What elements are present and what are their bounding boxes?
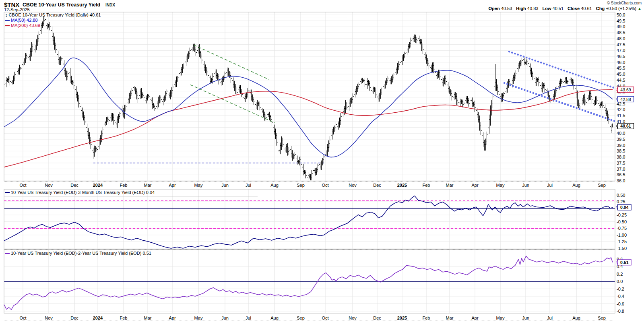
x-month-label: Jul (547, 183, 553, 188)
y-tick-label: 38.0 (617, 155, 625, 159)
x-month-label: Oct (19, 316, 26, 320)
x-month-label: Mar (446, 316, 454, 320)
y-tick-label: 49.0 (617, 24, 625, 29)
main-legend-label: CBOE 10-Year US Treasury Yield (Daily) 4… (9, 12, 101, 17)
low-value: 40.51 (553, 6, 564, 11)
spread-3m-legend: 10-Year US Treasury Yield (EOD)-3-Month … (5, 190, 155, 195)
ma200-swatch-icon (5, 25, 10, 26)
x-month-label: Aug (270, 316, 279, 320)
price-label-text: 0.04 (620, 205, 629, 210)
y-tick-label: 46.0 (617, 60, 625, 65)
spread-2y-legend: 10-Year US Treasury Yield (EOD)-2-Year U… (5, 251, 151, 256)
spread-2y-label: 10-Year US Treasury Yield (EOD)-2-Year U… (11, 251, 151, 256)
x-month-label: Feb (120, 316, 128, 320)
y-tick-label: 48.5 (617, 30, 625, 35)
y-tick-label: 38.5 (617, 149, 625, 153)
x-month-label: Oct (19, 183, 26, 188)
x-month-label: Apr (169, 316, 175, 320)
exchange-tag: INDX (105, 3, 115, 7)
y-tick-label: 48.0 (617, 36, 625, 41)
up-arrow-icon: ▲ (638, 6, 642, 11)
y-tick-label: 40.0 (617, 131, 625, 136)
y-tick-label: 36.0 (617, 178, 625, 183)
y-tick-label: 42.0 (617, 107, 625, 112)
chg-value: +0.50 (+1.25%) (606, 6, 636, 11)
x-month-label: Dec (70, 183, 78, 188)
y-tick-label: 36.5 (617, 172, 625, 177)
x-month-label: Mar (144, 316, 152, 320)
x-month-label: May (194, 316, 203, 320)
x-month-label: May (194, 183, 203, 188)
spread-3m-label: 10-Year US Treasury Yield (EOD)-3-Month … (11, 190, 155, 195)
x-month-label: Sep (598, 183, 606, 188)
open-label: Open (489, 6, 500, 11)
x-month-label: Dec (373, 316, 381, 320)
chg-label: Chg (596, 6, 605, 11)
ma50-legend: MA(50) 42.88 (5, 18, 38, 23)
spread-3m-swatch-icon (5, 192, 10, 193)
x-month-label: May (496, 316, 505, 320)
price-label-text: 0.51 (620, 260, 629, 265)
high-value: 40.83 (527, 6, 539, 11)
open-value: 40.53 (501, 6, 512, 11)
x-month-label: Dec (70, 316, 78, 320)
y-tick-label: 0.25 (617, 199, 625, 204)
main-chart-legend: ↨CBOE 10-Year US Treasury Yield (Daily) … (5, 12, 101, 17)
y-tick-label: -1.25 (617, 239, 627, 244)
y-tick-label: 0.2 (617, 272, 623, 277)
x-month-label: Jul (246, 316, 251, 320)
y-tick-label: 50.0 (617, 12, 625, 17)
x-month-label: Jun (221, 316, 229, 320)
x-month-label: 2025 (397, 183, 407, 188)
stockcharts-chart-page: 50.049.549.048.548.047.547.046.546.045.5… (0, 0, 644, 322)
x-month-label: Feb (423, 316, 430, 320)
y-tick-label: 45.5 (617, 66, 625, 70)
y-tick-label: 45.0 (617, 72, 625, 76)
y-tick-label: -1.00 (617, 233, 627, 237)
y-tick-label: 37.0 (617, 167, 625, 171)
y-tick-label: -0.75 (617, 226, 627, 231)
high-label: High (516, 6, 526, 11)
x-month-label: Dec (373, 183, 381, 188)
x-month-label: Oct (322, 316, 328, 320)
x-month-label: Jun (221, 183, 229, 188)
x-month-label: Oct (322, 183, 328, 188)
spread-2y-swatch-icon (5, 253, 10, 254)
x-month-label: Apr (471, 183, 478, 188)
close-value: 40.61 (581, 6, 592, 11)
x-month-label: Jun (522, 183, 529, 188)
y-tick-label: 44.5 (617, 78, 625, 83)
x-month-label: 2024 (93, 183, 103, 188)
chart-canvas: 50.049.549.048.548.047.547.046.546.045.5… (0, 0, 644, 322)
y-tick-label: 0.0 (617, 279, 623, 284)
price-label-text: 43.69 (620, 87, 631, 92)
x-month-label: Sep (598, 316, 606, 320)
y-tick-label: 39.5 (617, 137, 625, 142)
x-month-label: Mar (144, 183, 152, 188)
y-tick-label: -0.4 (617, 294, 624, 299)
low-label: Low (542, 6, 551, 11)
x-month-label: Aug (572, 183, 580, 188)
x-month-label: Jun (522, 316, 529, 320)
y-tick-label: 39.0 (617, 143, 625, 148)
y-tick-label: 49.5 (617, 19, 625, 23)
ma200-legend: MA(200) 43.69 (5, 23, 40, 28)
page-title: CBOE 10-Year US Treasury Yield (23, 2, 100, 8)
ma50-swatch-icon (5, 20, 10, 21)
x-month-label: 2025 (397, 316, 407, 320)
x-month-label: Apr (471, 316, 478, 320)
y-tick-label: 41.5 (617, 113, 625, 118)
price-label-text: 40.61 (620, 124, 631, 128)
x-month-label: Apr (169, 183, 175, 188)
x-month-label: Aug (270, 183, 279, 188)
x-month-label: Nov (45, 183, 53, 188)
updown-arrows-icon: ↨ (5, 12, 8, 17)
close-label: Close (568, 6, 580, 11)
copyright: © StockCharts.com (607, 1, 642, 5)
y-tick-label: 37.5 (617, 161, 625, 165)
y-tick-label: 46.5 (617, 54, 625, 59)
y-tick-label: -0.50 (617, 219, 627, 224)
x-month-label: 2024 (93, 316, 103, 320)
x-month-label: Jul (246, 183, 251, 188)
y-tick-label: -0.6 (617, 301, 624, 306)
